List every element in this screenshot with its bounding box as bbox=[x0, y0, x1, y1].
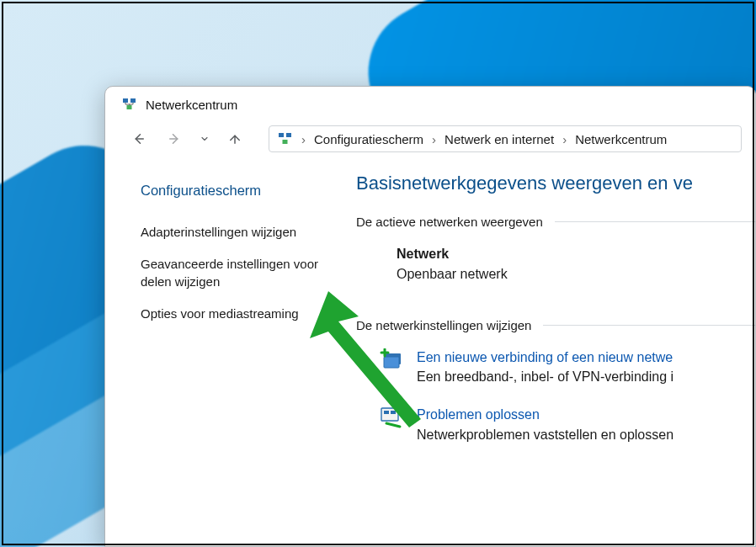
troubleshoot-link[interactable]: Problemen oplossen bbox=[417, 405, 673, 424]
sidebar-link-media-streaming[interactable]: Opties voor mediastreaming bbox=[141, 305, 326, 322]
sidebar-link-advanced-sharing[interactable]: Geavanceerde instellingen voor delen wij… bbox=[141, 256, 326, 290]
settings-item-troubleshoot: Problemen oplossen Netwerkproblemen vast… bbox=[378, 405, 755, 443]
new-connection-icon bbox=[378, 348, 407, 373]
svg-rect-0 bbox=[123, 98, 128, 103]
control-panel-home-link[interactable]: Configuratiescherm bbox=[141, 183, 326, 199]
svg-rect-3 bbox=[279, 133, 284, 137]
svg-rect-5 bbox=[283, 140, 288, 144]
divider bbox=[555, 221, 755, 222]
svg-rect-1 bbox=[130, 98, 136, 103]
sidebar: Configuratiescherm Adapterinstellingen w… bbox=[105, 161, 341, 546]
back-button[interactable] bbox=[125, 125, 152, 152]
svg-rect-7 bbox=[384, 357, 399, 368]
svg-rect-11 bbox=[391, 411, 396, 414]
sidebar-link-adapter-settings[interactable]: Adapterinstellingen wijzigen bbox=[141, 224, 326, 241]
new-connection-desc: Een breedband-, inbel- of VPN-verbinding… bbox=[417, 367, 673, 386]
history-dropdown[interactable] bbox=[196, 125, 213, 152]
divider bbox=[543, 325, 755, 326]
titlebar: Netwerkcentrum bbox=[105, 87, 755, 122]
main-content: Basisnetwerkgegevens weergeven en ve De … bbox=[341, 161, 755, 546]
settings-item-new-connection: Een nieuwe verbinding of een nieuw netwe… bbox=[378, 348, 755, 386]
section-title: De actieve netwerken weergeven bbox=[356, 215, 543, 229]
control-panel-window: Netwerkcentrum › Configuratiescherm › Ne… bbox=[104, 86, 756, 547]
breadcrumb-item[interactable]: Netwerk en internet bbox=[445, 132, 554, 146]
troubleshoot-desc: Netwerkproblemen vaststellen en oplossen bbox=[417, 425, 673, 444]
network-type: Openbaar netwerk bbox=[397, 264, 755, 284]
new-connection-link[interactable]: Een nieuwe verbinding of een nieuw netwe bbox=[417, 348, 673, 367]
chevron-right-icon: › bbox=[562, 132, 567, 146]
forward-button[interactable] bbox=[161, 125, 188, 152]
svg-rect-10 bbox=[384, 411, 389, 414]
troubleshoot-icon bbox=[378, 405, 407, 430]
network-center-icon bbox=[278, 131, 293, 146]
chevron-right-icon: › bbox=[301, 132, 306, 146]
section-active-networks-header: De actieve netwerken weergeven bbox=[356, 215, 755, 229]
chevron-right-icon: › bbox=[432, 132, 436, 146]
section-change-settings-header: De netwerkinstellingen wijzigen bbox=[356, 318, 755, 332]
network-name: Netwerk bbox=[397, 244, 755, 264]
svg-rect-4 bbox=[286, 133, 291, 137]
network-block: Netwerk Openbaar netwerk bbox=[397, 244, 755, 284]
nav-toolbar: › Configuratiescherm › Netwerk en intern… bbox=[105, 122, 755, 161]
up-button[interactable] bbox=[221, 125, 248, 152]
breadcrumb-item[interactable]: Configuratiescherm bbox=[314, 132, 423, 146]
breadcrumb-item[interactable]: Netwerkcentrum bbox=[575, 132, 667, 146]
network-center-icon bbox=[122, 97, 137, 112]
address-breadcrumb[interactable]: › Configuratiescherm › Netwerk en intern… bbox=[269, 125, 742, 152]
window-title: Netwerkcentrum bbox=[146, 98, 237, 112]
window-body: Configuratiescherm Adapterinstellingen w… bbox=[105, 161, 755, 546]
svg-rect-2 bbox=[127, 105, 132, 109]
section-title: De netwerkinstellingen wijzigen bbox=[356, 318, 531, 332]
page-heading: Basisnetwerkgegevens weergeven en ve bbox=[356, 173, 755, 194]
svg-rect-9 bbox=[381, 408, 398, 421]
